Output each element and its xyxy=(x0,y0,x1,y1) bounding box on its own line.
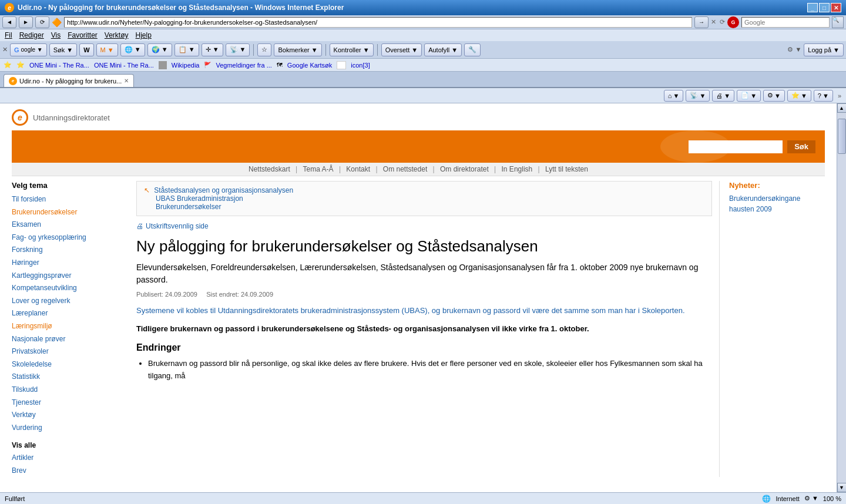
zoom-controls[interactable]: ⚙ ▼ xyxy=(804,495,818,502)
go-button[interactable]: → xyxy=(694,16,709,28)
bookmark-1[interactable]: ONE Mini - The Ra... xyxy=(94,62,154,69)
nav-om-direktoratet[interactable]: Om direktoratet xyxy=(440,165,489,173)
menu-hjelp[interactable]: Hjelp xyxy=(136,31,152,39)
sidebar-link-11[interactable]: Nasjonale prøver xyxy=(12,333,120,346)
tool-btn1[interactable]: 📋 ▼ xyxy=(174,43,199,56)
nav-nettstedskart[interactable]: Nettstedskart xyxy=(249,165,290,173)
content-area: e Utdanningsdirektoratet Søk Nettstedska… xyxy=(0,103,846,492)
tab-favicon: e xyxy=(9,77,17,85)
menu-vis[interactable]: Vis xyxy=(51,31,61,39)
wrench-button[interactable]: 🔧 xyxy=(464,43,481,56)
rss-button[interactable]: 📡 ▼ xyxy=(226,43,250,56)
sidebar-link-14[interactable]: Statistikk xyxy=(12,371,120,384)
breadcrumb-2[interactable]: Brukerundersøkelser xyxy=(156,203,221,211)
sidebar-artikler[interactable]: Artikler xyxy=(12,452,120,465)
window-controls[interactable]: _ □ ✕ xyxy=(807,3,841,12)
google-search-button[interactable]: 🔍 xyxy=(832,16,844,28)
site-search-input[interactable] xyxy=(689,140,783,153)
refresh-button[interactable]: ⟳ xyxy=(35,16,49,28)
sidebar-link-3[interactable]: Fag- og yrkesopplæring xyxy=(12,231,120,244)
sidebar-link-0[interactable]: Til forsiden xyxy=(12,193,120,206)
google-pin-icon: G xyxy=(727,16,739,28)
sidebar-brev[interactable]: Brev xyxy=(12,465,120,478)
sidebar-link-9[interactable]: Læreplaner xyxy=(12,307,120,320)
menu-rediger[interactable]: Rediger xyxy=(19,31,44,39)
menu-fil[interactable]: Fil xyxy=(5,31,12,39)
close-button[interactable]: ✕ xyxy=(831,3,841,12)
tab-bar: e Udir.no - Ny pålogging for brukeru... … xyxy=(0,72,846,88)
google-button[interactable]: G oogle ▼ xyxy=(10,43,47,56)
sidebar-link-2[interactable]: Eksamen xyxy=(12,219,120,231)
nav-kontakt[interactable]: Kontakt xyxy=(346,165,370,173)
mail-button[interactable]: M ▼ xyxy=(96,43,118,56)
forward-button[interactable]: ► xyxy=(19,16,33,28)
sidebar-link-18[interactable]: Vurdering xyxy=(12,422,120,435)
breadcrumb-0[interactable]: Ståstedsanalysen og organisasjonsanalyse… xyxy=(154,186,293,194)
sidebar-link-1[interactable]: Brukerundersøkelser xyxy=(12,206,120,219)
breadcrumb-arrow-icon: ↖ xyxy=(144,186,150,194)
sidebar-link-7[interactable]: Kompetanseutvikling xyxy=(12,282,120,295)
article-link[interactable]: Systemene vil kobles til Utdanningsdirek… xyxy=(136,306,685,315)
tab-close-button[interactable]: ✕ xyxy=(124,78,129,84)
sidebar-link-15[interactable]: Tilskudd xyxy=(12,384,120,397)
home-button[interactable]: ⌂ ▼ xyxy=(664,90,684,102)
scroll-track[interactable] xyxy=(837,113,846,483)
nav-lytt[interactable]: Lytt til teksten xyxy=(545,165,588,173)
scroll-up-button[interactable]: ▲ xyxy=(837,103,847,113)
kontroller-button[interactable]: Kontroller ▼ xyxy=(330,43,374,56)
nav-in-english[interactable]: In English xyxy=(502,165,533,173)
minimize-button[interactable]: _ xyxy=(807,3,818,12)
search-toolbar-button[interactable]: Søk ▼ xyxy=(49,43,78,56)
maximize-button[interactable]: □ xyxy=(819,3,830,12)
help-button[interactable]: ? ▼ xyxy=(814,90,833,102)
breadcrumb-1[interactable]: UBAS Brukeradministrasjon xyxy=(156,194,243,203)
nav-tema[interactable]: Tema A-Å xyxy=(303,165,334,173)
sidebar-link-17[interactable]: Verktøy xyxy=(12,409,120,422)
bookmark-5[interactable]: icon[3] xyxy=(351,62,370,69)
right-sidebar-link-0[interactable]: Brukerundersøkingane hausten 2009 xyxy=(729,193,825,214)
expand-button[interactable]: » xyxy=(838,92,841,99)
bokmerker-button[interactable]: Bokmerker ▼ xyxy=(274,43,321,56)
logg-pa-button[interactable]: Logg på ▼ xyxy=(804,43,844,56)
browser-btn1[interactable]: 🌐 ▼ xyxy=(120,43,145,56)
sidebar-link-13[interactable]: Skoleledelse xyxy=(12,358,120,371)
x-button[interactable]: ✕ xyxy=(711,18,716,26)
nav-om-nettstedet[interactable]: Om nettstedet xyxy=(383,165,427,173)
address-input[interactable] xyxy=(64,17,692,28)
safety-button[interactable]: ⚙ ▼ xyxy=(763,90,785,102)
sidebar-link-10[interactable]: Læringsmiljø xyxy=(12,320,120,333)
bookmark-2[interactable]: Wikipedia xyxy=(172,62,200,69)
bookmark-icon: ⭐ xyxy=(16,61,25,69)
oversett-button[interactable]: Oversett ▼ xyxy=(381,43,422,56)
google-search-input[interactable] xyxy=(741,17,830,28)
plus-button[interactable]: ✛ ▼ xyxy=(202,43,223,56)
tools-button[interactable]: ⭐ ▼ xyxy=(787,90,811,102)
w-button[interactable]: W xyxy=(79,43,93,56)
sidebar-link-4[interactable]: Forskning xyxy=(12,244,120,257)
reload-button[interactable]: ⟳ xyxy=(720,18,725,26)
sidebar-link-8[interactable]: Lover og regelverk xyxy=(12,295,120,308)
print-link[interactable]: 🖨 Utskriftsvennlig side xyxy=(136,222,712,230)
page-button[interactable]: 📄 ▼ xyxy=(737,90,761,102)
browser-btn2[interactable]: 🌍 ▼ xyxy=(147,43,172,56)
autofyll-button[interactable]: Autofyll ▼ xyxy=(424,43,462,56)
sidebar-link-6[interactable]: Kartleggingsprøver xyxy=(12,270,120,283)
back-button[interactable]: ◄ xyxy=(2,16,16,28)
print-button[interactable]: 🖨 ▼ xyxy=(712,90,734,102)
scroll-thumb[interactable] xyxy=(838,119,846,154)
menu-favoritter[interactable]: Favoritter xyxy=(68,31,98,39)
sidebar-link-5[interactable]: Høringer xyxy=(12,257,120,270)
feed-button[interactable]: 📡 ▼ xyxy=(686,90,710,102)
menu-verktoy[interactable]: Verktøy xyxy=(105,31,129,39)
star-button[interactable]: ☆ xyxy=(257,43,271,56)
article-bold-warning: Tidligere brukernavn og passord i bruker… xyxy=(136,324,712,333)
bookmark-0[interactable]: ONE Mini - The Ra... xyxy=(29,62,89,69)
scroll-down-button[interactable]: ▼ xyxy=(837,483,847,492)
bookmark-4[interactable]: Google Kartsøk xyxy=(287,62,332,69)
sidebar-link-16[interactable]: Tjenester xyxy=(12,397,120,409)
sidebar-link-12[interactable]: Privatskoler xyxy=(12,345,120,358)
bookmarks-bar: ⭐ ⭐ ONE Mini - The Ra... ONE Mini - The … xyxy=(0,59,846,72)
bookmark-3[interactable]: Vegmeldinger fra ... xyxy=(216,62,271,69)
site-search-button[interactable]: Søk xyxy=(787,140,815,153)
active-tab[interactable]: e Udir.no - Ny pålogging for brukeru... … xyxy=(4,74,134,87)
